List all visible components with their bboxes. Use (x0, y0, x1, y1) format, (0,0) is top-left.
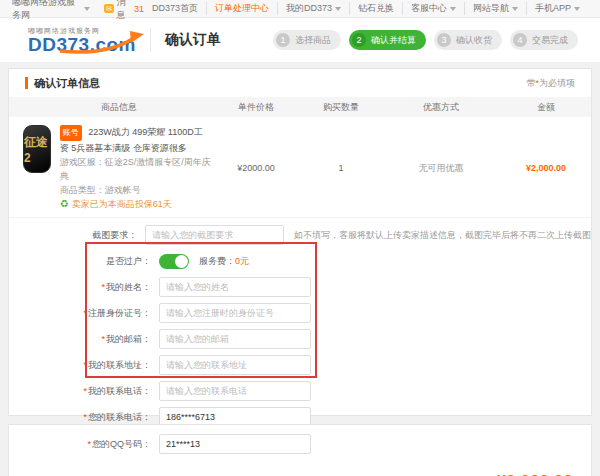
quantity: 1 (301, 125, 381, 211)
form-row-screenshot: 截图要求： 如不填写，客服将默认上传卖家描述信息，截图完毕后将不再二次上传截图 (9, 222, 591, 248)
unit-price: ¥2000.00 (211, 125, 301, 211)
form-row-address: *我的联系地址： (9, 352, 591, 378)
address-input[interactable] (159, 355, 311, 375)
page-header: 嘟嘟网络游戏服务网 DD373.com 确认订单 1 选择商品 2 确认并结算 … (0, 18, 600, 62)
step-confirm-settle: 2 确认并结算 (349, 30, 426, 50)
game-app-icon[interactable]: 征途2 (23, 125, 51, 173)
logo-text: DD373.com (28, 34, 136, 55)
message-count[interactable]: 31 (134, 4, 144, 14)
order-info-card: 确认订单信息 带*为必填项 商品信息 单件价格 购买数量 优惠方式 金额 征途2… (8, 68, 592, 416)
form-row-transfer: 是否过户： 服务费：0元 (9, 248, 591, 274)
email-label: *我的邮箱： (9, 333, 151, 346)
top-nav: DD373首页 订单处理中心 我的DD373 钻石兑换 客服中心 网站导航 手机… (144, 2, 588, 15)
form-row-my-phone: *我的联系电话： (9, 378, 591, 404)
chevron-down-icon (84, 7, 90, 11)
col-quantity: 购买数量 (301, 101, 381, 114)
chevron-down-icon (512, 7, 518, 11)
site-menu[interactable]: 嘟嘟网络游戏服务网 (12, 0, 81, 22)
insurance-icon: ♻ (60, 198, 69, 209)
id-card-label: *注册身份证号： (9, 307, 151, 320)
service-fee: 服务费：0元 (199, 255, 249, 268)
amount: ¥2,000.00 (501, 125, 591, 211)
nav-diamond-exchange[interactable]: 钻石兑换 (349, 2, 402, 15)
address-label: *我的联系地址： (9, 359, 151, 372)
email-input[interactable] (159, 329, 311, 349)
total-amount-partial: ¥2,000.00 (497, 471, 573, 476)
form-row-id-card: *注册身份证号： (9, 300, 591, 326)
message-icon[interactable]: ✉ (104, 4, 113, 13)
order-form: 截图要求： 如不填写，客服将默认上传卖家描述信息，截图完毕后将不再二次上传截图 … (9, 218, 591, 456)
chevron-down-icon (574, 7, 580, 11)
form-row-name: *我的姓名： (9, 274, 591, 300)
logo-tagline: 嘟嘟网络游戏服务网 (28, 27, 136, 34)
nav-order-center[interactable]: 订单处理中心 (206, 2, 277, 15)
col-product-info: 商品信息 (9, 101, 211, 114)
page-title: 确认订单 (165, 31, 221, 49)
qq-input-2[interactable] (159, 434, 311, 454)
col-amount: 金额 (501, 101, 591, 114)
product-insurance: ♻卖家已为本商品投保61天 (60, 197, 211, 211)
step-confirm-receipt: 3 确认收货 (434, 30, 502, 50)
nav-home[interactable]: DD373首页 (144, 2, 206, 15)
section-header: 确认订单信息 带*为必填项 (9, 69, 591, 97)
form-row-email: *我的邮箱： (9, 326, 591, 352)
name-input[interactable] (159, 277, 311, 297)
section-title: 确认订单信息 (34, 76, 100, 91)
col-unit-price: 单件价格 (211, 101, 301, 114)
chevron-down-icon (450, 7, 456, 11)
top-utility-bar: 嘟嘟网络游戏服务网 ✉ 消息 31 DD373首页 订单处理中心 我的DD373… (0, 0, 600, 18)
nav-service-center[interactable]: 客服中心 (402, 2, 464, 15)
order-table-header: 商品信息 单件价格 购买数量 优惠方式 金额 (9, 97, 591, 117)
qq-label-2: *您的QQ号码： (9, 438, 151, 451)
toggle-knob (175, 255, 188, 268)
required-note: 带*为必填项 (526, 77, 575, 90)
product-type: 商品类型：游戏帐号 (60, 183, 211, 197)
transfer-toggle[interactable] (159, 254, 189, 269)
discount-method: 无可用优惠 (381, 125, 501, 211)
chevron-down-icon (335, 7, 341, 11)
section-accent-bar (25, 77, 28, 89)
form-row-qq-2: *您的QQ号码： (9, 431, 591, 457)
order-info-card-continued: *您的QQ号码： ¥2,000.00 (8, 424, 592, 476)
screenshot-input[interactable] (145, 225, 284, 245)
nav-my-dd373[interactable]: 我的DD373 (277, 2, 349, 15)
nav-sitemap[interactable]: 网站导航 (464, 2, 526, 15)
my-phone-label: *我的联系电话： (9, 385, 151, 398)
col-discount: 优惠方式 (381, 101, 501, 114)
header-divider (150, 28, 151, 52)
step-select-goods: 1 选择商品 (273, 30, 341, 50)
screenshot-hint: 如不填写，客服将默认上传卖家描述信息，截图完毕后将不再二次上传截图 (294, 229, 591, 242)
product-row: 征途2 账号 223W战力 499荣耀 1100D工资 5兵器基本满级 仓库资源… (9, 117, 591, 218)
message-label[interactable]: 消息 (117, 0, 132, 22)
step-complete: 4 交易完成 (510, 30, 578, 50)
transfer-label: 是否过户： (9, 255, 151, 268)
name-label: *我的姓名： (9, 281, 151, 294)
product-info: 征途2 账号 223W战力 499荣耀 1100D工资 5兵器基本满级 仓库资源… (9, 125, 211, 211)
checkout-steps: 1 选择商品 2 确认并结算 3 确认收货 4 交易完成 (273, 30, 578, 50)
my-phone-input[interactable] (159, 381, 311, 401)
account-badge: 账号 (60, 125, 82, 141)
nav-mobile-app[interactable]: 手机APP (526, 2, 588, 15)
id-card-input[interactable] (159, 303, 311, 323)
product-server: 游戏区服：征途2S/激情服专区/周年庆典 (60, 155, 211, 183)
site-logo[interactable]: 嘟嘟网络游戏服务网 DD373.com (28, 27, 136, 54)
screenshot-label: 截图要求： (9, 229, 137, 242)
your-phone-label: *您的联系电话： (9, 411, 151, 424)
